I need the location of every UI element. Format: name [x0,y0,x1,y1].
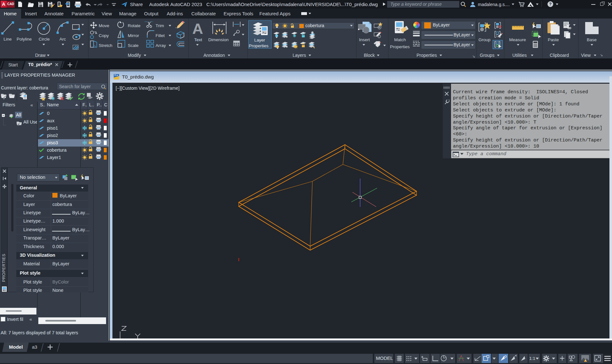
svg-text:1:1: 1:1 [529,356,535,361]
